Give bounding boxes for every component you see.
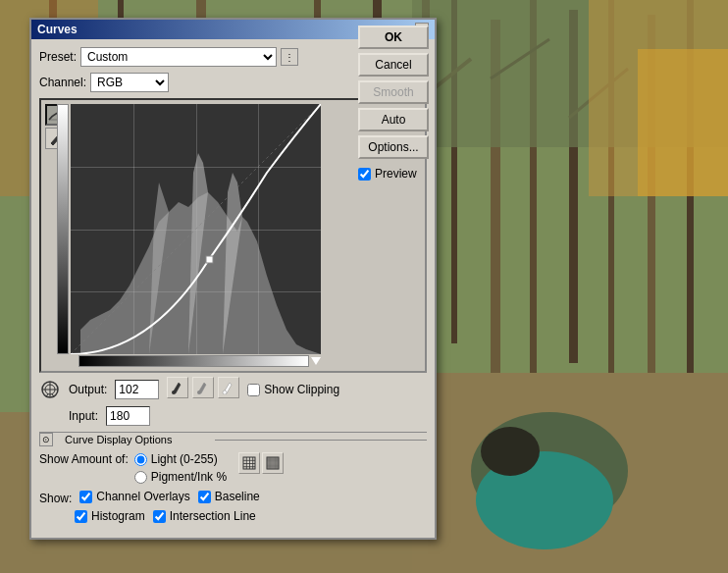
white-point-eyedropper[interactable]	[218, 377, 239, 398]
channel-overlays-label: Channel Overlays	[96, 490, 189, 503]
input-row: Input:	[69, 406, 427, 426]
svg-point-19	[481, 427, 540, 476]
show-clipping-label: Show Clipping	[264, 383, 339, 396]
eyedropper-white-icon	[222, 381, 235, 394]
gray-point-eyedropper[interactable]	[192, 377, 214, 398]
histogram-svg	[71, 104, 321, 354]
baseline-row: Baseline	[198, 490, 264, 503]
svg-point-34	[172, 391, 176, 394]
baseline-label: Baseline	[215, 490, 260, 503]
show-amount-label: Show Amount of:	[39, 452, 129, 466]
curve-display-section: ⊙ Curve Display Options Show Amount of: …	[39, 432, 427, 526]
divider-line	[215, 440, 427, 441]
bottom-gradient-row	[71, 355, 321, 367]
white-triangle	[311, 357, 321, 365]
grid-4x4-icon	[242, 456, 256, 470]
channel-label: Channel:	[39, 76, 86, 89]
cancel-button[interactable]: Cancel	[358, 53, 429, 77]
preview-label: Preview	[375, 167, 417, 181]
smooth-button[interactable]: Smooth	[358, 80, 429, 104]
light-radio-row: Light (0-255)	[134, 452, 231, 466]
light-label: Light (0-255)	[151, 452, 218, 466]
action-buttons: OK Cancel Smooth Auto Options... Preview	[358, 26, 429, 181]
show-row2: Histogram Intersection Line	[75, 509, 427, 526]
dialog-container: Curves × Preset: Custom Default Linear C…	[29, 18, 437, 540]
target-icon	[39, 379, 61, 400]
output-group: Output:	[69, 380, 159, 399]
preset-select[interactable]: Custom Default Linear Contrast Medium Co…	[80, 47, 277, 67]
grid-10x10-icon	[266, 456, 280, 470]
histogram-label: Histogram	[91, 509, 145, 523]
grid-10x10-button[interactable]	[262, 452, 284, 474]
collapse-button[interactable]: ⊙	[39, 433, 53, 446]
baseline-checkbox[interactable]	[198, 491, 211, 503]
channel-overlays-row: Channel Overlays	[79, 490, 193, 503]
radio-group: Light (0-255) Pigment/Ink %	[134, 452, 231, 486]
show-label: Show:	[39, 492, 72, 505]
svg-point-35	[197, 391, 201, 394]
black-point-eyedropper[interactable]	[167, 377, 188, 398]
channel-overlays-checkbox[interactable]	[79, 491, 92, 503]
main-area: Channel: RGB Red Green Blue	[39, 73, 427, 530]
svg-rect-29	[206, 256, 213, 263]
eyedropper-black-icon	[171, 381, 184, 394]
preset-label: Preset:	[39, 50, 77, 64]
dialog-title: Curves	[37, 23, 78, 36]
input-field[interactable]	[106, 406, 150, 426]
svg-point-36	[223, 391, 227, 394]
dialog-body: Preset: Custom Default Linear Contrast M…	[31, 39, 435, 538]
curve-display-divider: ⊙ Curve Display Options	[39, 432, 427, 446]
curves-dialog: Curves × Preset: Custom Default Linear C…	[29, 18, 437, 540]
channel-select[interactable]: RGB Red Green Blue	[90, 73, 169, 92]
show-label-row: Show: Channel Overlays Baseline	[39, 490, 427, 506]
grid-buttons	[238, 452, 284, 474]
curves-canvas[interactable]	[71, 104, 321, 354]
eyedropper-gray-icon	[196, 381, 210, 394]
pigment-radio-row: Pigment/Ink %	[134, 470, 231, 484]
intersection-line-checkbox[interactable]	[153, 510, 166, 523]
preview-checkbox[interactable]	[358, 168, 371, 181]
svg-rect-15	[638, 49, 728, 196]
histogram-row: Histogram	[75, 509, 149, 523]
target-svg	[40, 380, 60, 399]
curve-display-label: Curve Display Options	[61, 434, 176, 445]
show-amount-row: Show Amount of: Light (0-255) Pigment/In…	[39, 452, 427, 486]
light-radio[interactable]	[134, 453, 147, 466]
histogram-checkbox[interactable]	[75, 510, 87, 523]
grid-4x4-button[interactable]	[238, 452, 260, 474]
eyedropper-row	[167, 377, 239, 398]
spacer	[71, 355, 78, 367]
options-button[interactable]: Options...	[358, 135, 429, 159]
input-gradient-bar	[78, 355, 309, 367]
svg-rect-37	[243, 457, 255, 469]
show-clipping-checkbox[interactable]	[247, 384, 260, 396]
ok-button[interactable]: OK	[358, 26, 429, 49]
output-field[interactable]	[115, 380, 159, 399]
intersection-line-label: Intersection Line	[170, 509, 256, 523]
intersection-line-row: Intersection Line	[153, 509, 260, 523]
pigment-radio[interactable]	[134, 471, 147, 484]
canvas-wrapper	[71, 104, 321, 367]
input-label: Input:	[69, 409, 98, 423]
preview-row: Preview	[358, 167, 429, 181]
preset-menu-button[interactable]: ⋮	[281, 48, 298, 66]
output-label: Output:	[69, 383, 107, 396]
white-point-marker	[311, 357, 321, 365]
auto-button[interactable]: Auto	[358, 108, 429, 131]
output-input-row: Output:	[39, 377, 427, 402]
show-clipping-group: Show Clipping	[247, 383, 343, 396]
pigment-label: Pigment/Ink %	[151, 470, 227, 484]
output-gradient-bar	[57, 104, 69, 354]
